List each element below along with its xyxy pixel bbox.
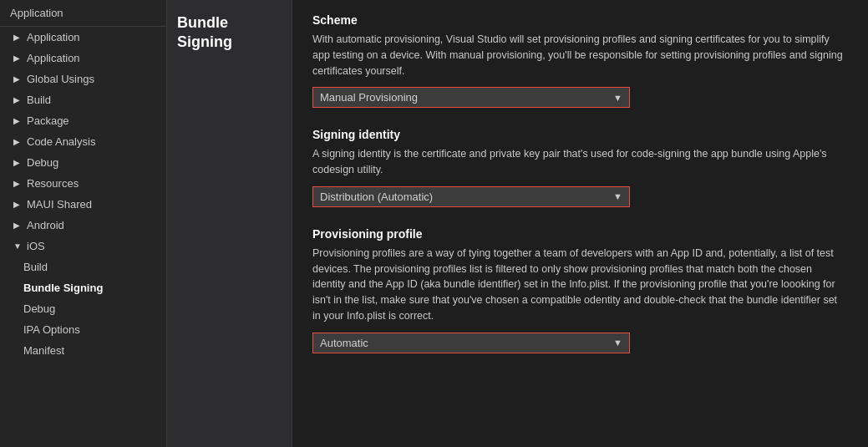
chevron-right-icon: ▶ [13,158,23,167]
scheme-section: Scheme With automatic provisioning, Visu… [312,13,848,108]
sidebar-item-package[interactable]: ▶ Package [0,110,166,131]
sidebar-item-global-usings[interactable]: ▶ Global Usings [0,69,166,89]
sidebar-item-ios[interactable]: ▼ iOS [0,236,166,257]
scheme-desc: With automatic provisioning, Visual Stud… [312,32,848,79]
sidebar: Application ▶ Application ▶ Application … [0,0,167,447]
profile-title: Provisioning profile [312,227,848,241]
sidebar-item-application1[interactable]: ▶ Application [0,27,166,48]
sidebar-item-maui-shared[interactable]: ▶ MAUI Shared [0,194,166,215]
middle-panel-title: Bundle Signing [177,13,282,53]
chevron-right-icon: ▶ [13,95,23,104]
chevron-down-icon: ▼ [13,241,23,251]
scheme-title: Scheme [312,13,848,27]
signing-dropdown-wrapper[interactable]: Distribution (Automatic) Development (Au… [312,186,630,207]
main-content: Scheme With automatic provisioning, Visu… [292,0,868,447]
chevron-down-icon: ▼ [607,188,629,205]
chevron-right-icon: ▶ [13,137,23,146]
sidebar-item-manifest[interactable]: Manifest [0,340,166,361]
chevron-right-icon: ▶ [13,53,23,63]
middle-panel: Bundle Signing [167,0,292,447]
sidebar-item-ios-build[interactable]: Build [0,257,166,277]
signing-desc: A signing identity is the certificate an… [312,146,848,178]
chevron-down-icon: ▼ [607,89,629,106]
chevron-right-icon: ▶ [13,74,23,84]
chevron-right-icon: ▶ [13,33,23,42]
sidebar-title: Application [0,0,166,27]
sidebar-item-code-analysis[interactable]: ▶ Code Analysis [0,131,166,152]
sidebar-item-bundle-signing[interactable]: Bundle Signing [0,277,166,298]
profile-desc: Provisioning profiles are a way of tying… [312,246,848,324]
profile-dropdown-wrapper[interactable]: Automatic Manual ▼ [312,333,630,353]
sidebar-item-debug[interactable]: ▶ Debug [0,152,166,173]
chevron-right-icon: ▶ [13,221,23,230]
signing-dropdown[interactable]: Distribution (Automatic) Development (Au… [313,187,607,206]
chevron-right-icon: ▶ [13,179,23,188]
signing-title: Signing identity [312,128,848,141]
scheme-dropdown[interactable]: Manual Provisioning Automatic Provisioni… [313,88,607,107]
chevron-right-icon: ▶ [13,116,23,125]
chevron-right-icon: ▶ [13,200,23,209]
sidebar-item-ios-debug[interactable]: Debug [0,298,166,319]
sidebar-item-resources[interactable]: ▶ Resources [0,173,166,194]
signing-section: Signing identity A signing identity is t… [312,128,848,207]
profile-dropdown[interactable]: Automatic Manual [313,333,607,353]
sidebar-item-application2[interactable]: ▶ Application [0,48,166,69]
sidebar-item-build[interactable]: ▶ Build [0,89,166,110]
sidebar-item-ipa-options[interactable]: IPA Options [0,319,166,340]
profile-section: Provisioning profile Provisioning profil… [312,227,848,353]
scheme-dropdown-wrapper[interactable]: Manual Provisioning Automatic Provisioni… [312,87,630,108]
chevron-down-icon: ▼ [607,334,629,351]
sidebar-item-android[interactable]: ▶ Android [0,215,166,236]
